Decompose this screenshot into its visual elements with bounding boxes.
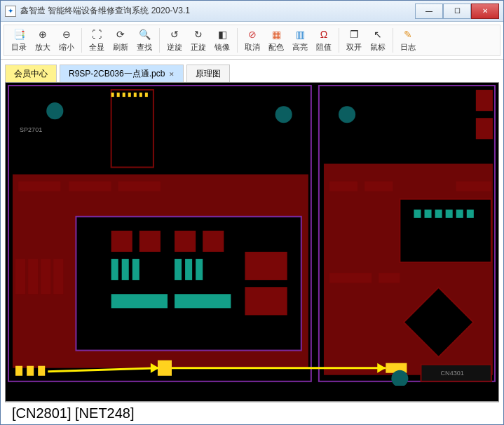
toolbar-label: 缩小 — [59, 42, 74, 53]
toolbar-separator — [237, 28, 238, 53]
toolbar-配色[interactable]: ▦配色 — [264, 27, 288, 54]
svg-rect-40 — [203, 231, 224, 252]
toolbar-label: 正旋 — [191, 42, 206, 53]
svg-rect-28 — [53, 259, 63, 294]
toolbar-label: 逆旋 — [167, 42, 182, 53]
svg-rect-46 — [379, 273, 400, 283]
刷新-icon: ⟳ — [114, 28, 127, 41]
目录-icon: 📑 — [13, 28, 25, 41]
toolbar-label: 放大 — [35, 42, 50, 53]
tab-label: R9SP-2CB036一点通.pcb — [69, 69, 165, 79]
tab-bar: 会员中心R9SP-2CB036一点通.pcb✕原理图 — [1, 60, 503, 82]
pcb-canvas: CN4301 — [6, 83, 498, 386]
svg-rect-27 — [41, 259, 50, 294]
toolbar-双开[interactable]: ❐双开 — [342, 27, 366, 54]
svg-rect-6 — [27, 366, 34, 376]
svg-rect-30 — [122, 259, 129, 280]
svg-rect-62 — [145, 93, 148, 97]
toolbar-正旋[interactable]: ↻正旋 — [186, 27, 210, 54]
label-sp2701: SP2701 — [20, 126, 42, 133]
svg-rect-5 — [15, 366, 22, 376]
toolbar-取消[interactable]: ⊘取消 — [240, 27, 264, 54]
viewport-container: CN4301 — [1, 82, 503, 424]
svg-rect-43 — [329, 182, 357, 191]
svg-rect-36 — [175, 294, 231, 308]
svg-rect-39 — [175, 231, 196, 252]
配色-icon: ▦ — [270, 28, 282, 41]
toolbar-label: 双开 — [346, 42, 362, 53]
maximize-button[interactable]: ☐ — [443, 4, 471, 19]
toolbar-目录[interactable]: 📑目录 — [7, 27, 31, 54]
逆旋-icon: ↺ — [168, 28, 181, 41]
window-buttons: — ☐ ✕ — [415, 4, 499, 19]
window-title: 鑫智造 智能终端设备维修查询系统 2020-V3.1 — [20, 5, 415, 17]
toolbar-separator — [393, 28, 393, 53]
toolbar-查找[interactable]: 🔍查找 — [132, 27, 156, 54]
svg-rect-58 — [123, 93, 125, 97]
svg-rect-22 — [18, 182, 60, 191]
toolbar-日志[interactable]: ✎日志 — [396, 27, 420, 54]
close-button[interactable]: ✕ — [471, 4, 499, 19]
toolbar-label: 镜像 — [214, 42, 230, 53]
svg-rect-56 — [111, 93, 114, 97]
app-icon: ✦ — [5, 6, 16, 17]
minimize-button[interactable]: — — [415, 4, 443, 19]
tab-R9SP-2CB036一点通.pcb[interactable]: R9SP-2CB036一点通.pcb✕ — [60, 65, 184, 83]
svg-rect-50 — [414, 210, 421, 218]
toolbar-刷新[interactable]: ⟳刷新 — [109, 27, 132, 54]
toolbar-separator — [81, 28, 82, 53]
toolbar-label: 鼠标 — [370, 42, 386, 53]
svg-rect-35 — [111, 294, 168, 308]
svg-point-18 — [46, 102, 63, 119]
toolbar-label: 日志 — [400, 42, 416, 53]
tab-close-icon[interactable]: ✕ — [169, 71, 175, 78]
toolbar-label: 取消 — [245, 42, 260, 53]
鼠标-icon: ↖ — [372, 28, 384, 41]
svg-rect-51 — [425, 210, 432, 218]
svg-point-20 — [339, 106, 355, 123]
svg-rect-41 — [245, 252, 287, 280]
svg-rect-53 — [446, 210, 453, 218]
svg-rect-60 — [134, 93, 137, 97]
toolbar-逆旋[interactable]: ↺逆旋 — [163, 27, 186, 54]
svg-rect-55 — [467, 210, 474, 218]
svg-rect-29 — [111, 259, 118, 280]
双开-icon: ❐ — [348, 28, 360, 41]
toolbar-label: 查找 — [137, 42, 152, 53]
tab-原理图[interactable]: 原理图 — [186, 65, 230, 83]
svg-rect-52 — [435, 210, 442, 218]
toolbar-高亮[interactable]: ▥高亮 — [288, 27, 312, 54]
日志-icon: ✎ — [402, 28, 414, 41]
svg-rect-34 — [196, 259, 203, 280]
svg-rect-25 — [15, 259, 25, 294]
tab-会员中心[interactable]: 会员中心 — [5, 65, 57, 83]
svg-rect-23 — [69, 182, 111, 191]
svg-rect-37 — [111, 231, 132, 252]
svg-rect-54 — [456, 210, 463, 218]
阻值-icon: Ω — [318, 28, 330, 41]
tab-label: 会员中心 — [14, 69, 48, 79]
查找-icon: 🔍 — [138, 28, 151, 41]
svg-rect-15 — [111, 90, 154, 167]
toolbar-全显[interactable]: ⛶全显 — [85, 27, 109, 54]
svg-point-19 — [275, 106, 292, 123]
pcb-viewport[interactable]: CN4301 — [5, 82, 499, 402]
titlebar: ✦ 鑫智造 智能终端设备维修查询系统 2020-V3.1 — ☐ ✕ — [1, 1, 503, 22]
toolbar-放大[interactable]: ⊕放大 — [31, 27, 55, 54]
svg-line-10 — [48, 368, 159, 372]
svg-rect-57 — [117, 93, 120, 97]
toolbar-鼠标[interactable]: ↖鼠标 — [366, 27, 390, 54]
status-text: [CN2801] [NET248] — [12, 405, 135, 421]
svg-rect-24 — [118, 182, 161, 191]
svg-rect-59 — [128, 93, 131, 97]
放大-icon: ⊕ — [36, 28, 49, 41]
toolbar-阻值[interactable]: Ω阻值 — [312, 27, 336, 54]
toolbar-镜像[interactable]: ◧镜像 — [210, 27, 234, 54]
svg-rect-26 — [28, 259, 38, 294]
缩小-icon: ⊖ — [60, 28, 73, 41]
svg-rect-3 — [324, 163, 493, 375]
toolbar-label: 高亮 — [292, 42, 308, 53]
svg-rect-16 — [400, 199, 491, 262]
app-window: ✦ 鑫智造 智能终端设备维修查询系统 2020-V3.1 — ☐ ✕ 📑目录⊕放… — [0, 0, 504, 425]
toolbar-缩小[interactable]: ⊖缩小 — [55, 27, 79, 54]
